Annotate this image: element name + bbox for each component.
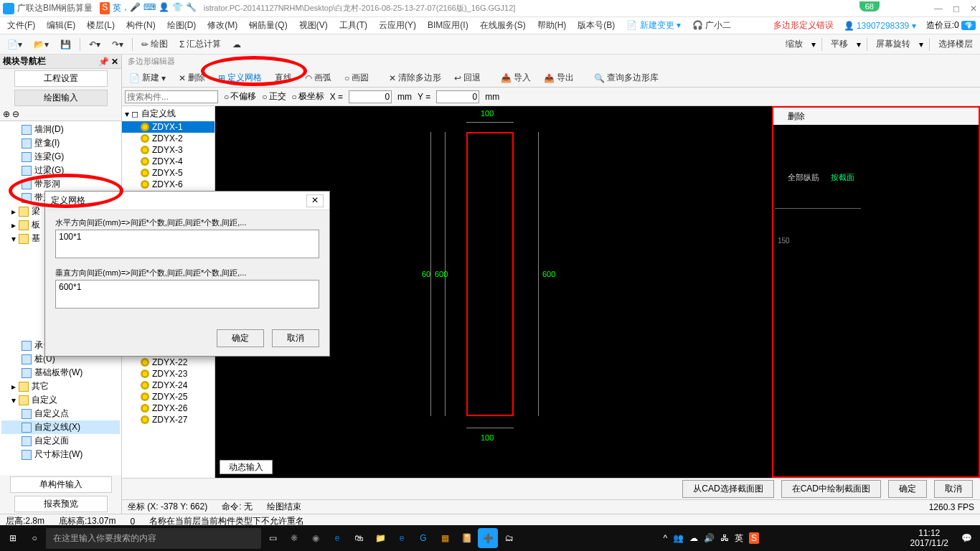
dialog-cancel-button[interactable]: 取消 bbox=[272, 329, 319, 347]
save-button[interactable]: 💾 bbox=[57, 38, 74, 51]
ime-punct-icon[interactable]: , bbox=[124, 2, 126, 14]
ime-bar[interactable]: S 英 , 🎤 ⌨ 👤 👕 🔧 bbox=[100, 2, 196, 14]
menu-bim[interactable]: BIM应用(I) bbox=[425, 18, 471, 33]
export-button[interactable]: 📤 导出 bbox=[541, 70, 577, 85]
close-button[interactable]: ✕ bbox=[970, 4, 977, 14]
arc-button[interactable]: ◠ 画弧 bbox=[302, 70, 334, 85]
update-badge[interactable]: 68 bbox=[859, 1, 880, 11]
section-delete-button[interactable]: 删除 bbox=[773, 108, 979, 125]
tray-up-icon[interactable]: ^ bbox=[663, 533, 667, 543]
zoom-button[interactable]: 缩放 bbox=[783, 37, 806, 52]
ortho-radio[interactable]: ○ 正交 bbox=[262, 90, 286, 103]
store-icon[interactable]: 🛍 bbox=[349, 528, 369, 548]
back-button[interactable]: ↩ 回退 bbox=[451, 70, 484, 85]
menu-version[interactable]: 版本号(B) bbox=[575, 18, 618, 33]
project-settings-tab[interactable]: 工程设置 bbox=[14, 70, 108, 87]
select-floor-button[interactable]: 选择楼层 bbox=[936, 37, 976, 52]
task-icon[interactable]: ❋ bbox=[284, 528, 304, 548]
notifications-icon[interactable]: 💬 bbox=[957, 528, 977, 548]
taskbar-search[interactable]: 在这里输入你要搜索的内容 bbox=[46, 528, 261, 549]
menu-rebar[interactable]: 钢筋量(Q) bbox=[246, 18, 290, 33]
delete-button[interactable]: ✕ 删除 bbox=[176, 70, 208, 85]
menu-view[interactable]: 视图(V) bbox=[296, 18, 331, 33]
search-input[interactable] bbox=[125, 90, 218, 103]
x-input[interactable] bbox=[349, 90, 392, 103]
explorer-icon[interactable]: 📁 bbox=[370, 528, 390, 548]
task-icon[interactable]: ▦ bbox=[435, 528, 455, 548]
open-file-button[interactable]: 📂▾ bbox=[31, 38, 52, 51]
redo-button[interactable]: ↷▾ bbox=[109, 38, 126, 51]
clear-button[interactable]: ✕ 清除多边形 bbox=[386, 70, 444, 85]
tray-ime[interactable]: 英 bbox=[735, 532, 743, 545]
ime-mic-icon[interactable]: 🎤 bbox=[130, 2, 141, 14]
menu-file[interactable]: 文件(F) bbox=[4, 18, 38, 33]
from-cad-button[interactable]: 从CAD选择截面图 bbox=[682, 480, 773, 498]
edge-icon[interactable]: e bbox=[327, 528, 347, 548]
line-button[interactable]: 直线 bbox=[272, 70, 295, 85]
menu-online[interactable]: 在线服务(S) bbox=[477, 18, 529, 33]
menu-modify[interactable]: 修改(M) bbox=[204, 18, 240, 33]
menu-gxe[interactable]: 🎧 广小二 bbox=[689, 18, 734, 33]
menu-edit[interactable]: 编辑(E) bbox=[44, 18, 78, 33]
ime-lang[interactable]: 英 bbox=[113, 2, 121, 14]
ok-button[interactable]: 确定 bbox=[888, 480, 927, 498]
shape-rect[interactable] bbox=[466, 132, 514, 416]
list-header[interactable]: ▾ ◻ 自定义线 bbox=[122, 106, 215, 121]
in-cad-button[interactable]: 在CAD中绘制截面图 bbox=[781, 480, 881, 498]
ime-kbd-icon[interactable]: ⌨ bbox=[143, 2, 156, 14]
ime-tool-icon[interactable]: 👕 bbox=[172, 2, 183, 14]
ie-icon[interactable]: e bbox=[392, 528, 412, 548]
vert-input[interactable]: 600*1 bbox=[55, 280, 319, 309]
query-button[interactable]: 🔍 查询多边形库 bbox=[591, 70, 661, 85]
nooffset-radio[interactable]: ○ 不偏移 bbox=[224, 90, 256, 103]
pin-icon[interactable]: 📌 ✕ bbox=[98, 57, 118, 67]
single-input-tab[interactable]: 单构件输入 bbox=[10, 476, 112, 493]
menu-floor[interactable]: 楼层(L) bbox=[84, 18, 118, 33]
cortana-icon[interactable]: ○ bbox=[24, 528, 44, 548]
polar-radio[interactable]: ○ 极坐标 bbox=[292, 90, 324, 103]
maximize-button[interactable]: ◻ bbox=[953, 4, 960, 14]
taskview-icon[interactable]: ▭ bbox=[263, 528, 283, 548]
dialog-ok-button[interactable]: 确定 bbox=[217, 329, 264, 347]
menu-tool[interactable]: 工具(T) bbox=[336, 18, 370, 33]
collapse-icon[interactable]: ⊖ bbox=[12, 109, 19, 119]
draw-button[interactable]: ✏ 绘图 bbox=[138, 37, 171, 52]
tray-people-icon[interactable]: 👥 bbox=[673, 533, 684, 543]
menu-draw[interactable]: 绘图(D) bbox=[164, 18, 199, 33]
ime-user-icon[interactable]: 👤 bbox=[159, 2, 169, 14]
undo-button[interactable]: ↶▾ bbox=[86, 38, 103, 51]
menu-component[interactable]: 构件(N) bbox=[123, 18, 159, 33]
import-button[interactable]: 📥 导入 bbox=[498, 70, 534, 85]
horiz-input[interactable]: <span class="selhl"></span> bbox=[55, 230, 319, 258]
rotate-button[interactable]: 屏幕旋转 bbox=[873, 37, 913, 52]
cancel-button[interactable]: 取消 bbox=[934, 480, 973, 498]
start-button[interactable]: ⊞ bbox=[3, 528, 23, 548]
menu-newchange[interactable]: 📄 新建变更 ▾ bbox=[623, 18, 684, 33]
y-input[interactable] bbox=[436, 90, 479, 103]
circle-button[interactable]: ○ 画圆 bbox=[341, 70, 372, 85]
menu-cloud[interactable]: 云应用(Y) bbox=[376, 18, 419, 33]
phone-label[interactable]: 👤 13907298339 ▾ bbox=[844, 21, 916, 31]
task-icon[interactable]: ➕ bbox=[478, 528, 498, 548]
draw-input-tab[interactable]: 绘图输入 bbox=[14, 90, 108, 106]
cloud-check-button[interactable]: ☁ bbox=[230, 38, 244, 51]
windows-taskbar[interactable]: ⊞ ○ 在这里输入你要搜索的内容 ▭ ❋ ◉ e 🛍 📁 e G ▦ 📔 ➕ 🗂… bbox=[0, 525, 980, 551]
task-icon[interactable]: 🗂 bbox=[499, 528, 519, 548]
taskbar-clock[interactable]: 11:12 2017/11/2 bbox=[903, 528, 956, 548]
new-file-button[interactable]: 📄▾ bbox=[4, 38, 25, 51]
tray-vol-icon[interactable]: 🔊 bbox=[704, 533, 715, 543]
tray-net-icon[interactable]: 🖧 bbox=[720, 533, 729, 543]
task-icon[interactable]: G bbox=[413, 528, 433, 548]
minimize-button[interactable]: — bbox=[934, 4, 943, 14]
new-button[interactable]: 📄 新建 ▾ bbox=[126, 70, 169, 85]
dynamic-input-toggle[interactable]: 动态输入 bbox=[220, 461, 273, 474]
sum-button[interactable]: Σ 汇总计算 bbox=[176, 37, 224, 52]
define-grid-button[interactable]: ⊞ 定义网格 bbox=[215, 70, 265, 85]
dialog-close-button[interactable]: ✕ bbox=[306, 194, 324, 207]
ime-wrench-icon[interactable]: 🔧 bbox=[186, 2, 197, 14]
tray-sogou-icon[interactable]: S bbox=[749, 532, 759, 544]
task-icon[interactable]: 📔 bbox=[456, 528, 476, 548]
menu-help[interactable]: 帮助(H) bbox=[534, 18, 570, 33]
pan-button[interactable]: 平移 bbox=[828, 37, 851, 52]
expand-icon[interactable]: ⊕ bbox=[3, 109, 10, 119]
